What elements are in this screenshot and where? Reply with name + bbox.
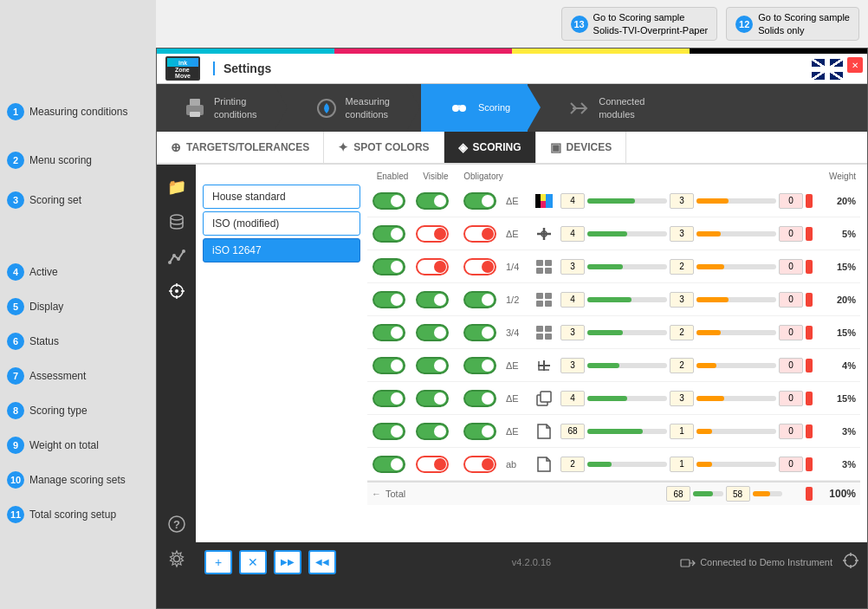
scoring-set-house[interactable]: House standard bbox=[203, 185, 360, 209]
slider-val-6c: 0 bbox=[779, 358, 803, 373]
slider-track-6a[interactable] bbox=[587, 363, 667, 368]
slider-track-8a[interactable] bbox=[587, 429, 667, 434]
step-scoring[interactable]: Scoring bbox=[421, 84, 528, 132]
slider-track-2b[interactable] bbox=[696, 231, 776, 236]
svg-rect-38 bbox=[545, 334, 552, 340]
forward-button[interactable]: ▶▶ bbox=[274, 550, 301, 574]
slider-val-8b: 1 bbox=[670, 424, 694, 439]
toggle-visible-4[interactable] bbox=[416, 291, 449, 308]
row-weight-7: 15% bbox=[817, 393, 860, 404]
register-icon bbox=[534, 358, 554, 373]
row-weight-3: 15% bbox=[817, 262, 860, 272]
toggle-visible-7[interactable] bbox=[416, 390, 449, 407]
step-printing[interactable]: Printingconditions bbox=[157, 84, 275, 132]
scoring-tab-icon: ◈ bbox=[458, 140, 468, 154]
slider-track-2a[interactable] bbox=[587, 231, 667, 236]
version-text: v4.2.0.16 bbox=[512, 557, 551, 567]
slider-track-7a[interactable] bbox=[587, 396, 667, 401]
svg-rect-33 bbox=[536, 301, 543, 307]
slider-end-7 bbox=[806, 392, 813, 405]
slider-track-7b[interactable] bbox=[696, 396, 776, 401]
toggle-visible-8[interactable] bbox=[416, 423, 449, 440]
spotcolors-icon: ✦ bbox=[338, 140, 348, 154]
toggle-visible-1[interactable] bbox=[416, 192, 449, 210]
slider-track-9a[interactable] bbox=[587, 462, 667, 467]
slider-track-1b[interactable] bbox=[696, 198, 776, 204]
toggle-obligatory-2[interactable] bbox=[463, 225, 496, 243]
toggle-obligatory-9[interactable] bbox=[463, 456, 496, 473]
scoring-set-iso12647[interactable]: iSO 12647 bbox=[203, 238, 360, 262]
toggle-obligatory-7[interactable] bbox=[463, 390, 496, 407]
step-connected[interactable]: Connectedmodules bbox=[541, 84, 662, 132]
svg-point-44 bbox=[845, 554, 857, 567]
sidebar-settings[interactable] bbox=[161, 543, 192, 574]
toggle-visible-3[interactable] bbox=[416, 258, 449, 275]
toggle-enabled-2[interactable] bbox=[372, 225, 405, 243]
row-weight-2: 5% bbox=[817, 229, 860, 239]
goto-scoring-btn-13[interactable]: 13 Go to Scoring sample Solids-TVI-Overp… bbox=[561, 7, 718, 41]
annotation-status: 6 Status bbox=[0, 329, 156, 353]
svg-rect-34 bbox=[545, 301, 552, 307]
table-row: ab 2 bbox=[367, 448, 860, 481]
close-button[interactable]: ✕ bbox=[847, 57, 863, 73]
toggle-visible-5[interactable] bbox=[416, 324, 449, 341]
slider-track-8b[interactable] bbox=[696, 429, 776, 434]
slider-val-1b: 3 bbox=[670, 193, 694, 209]
measuring-icon bbox=[314, 96, 339, 120]
toggle-enabled-9[interactable] bbox=[372, 456, 405, 473]
tab-spotcolors[interactable]: ✦ SPOT COLORS bbox=[324, 132, 444, 163]
devices-icon: ▣ bbox=[550, 140, 561, 154]
slider-track-4b[interactable] bbox=[696, 297, 776, 302]
annotation-active: 4 Active bbox=[0, 260, 156, 284]
svg-rect-1 bbox=[190, 99, 200, 106]
toggle-visible-9[interactable] bbox=[416, 456, 449, 473]
toggle-obligatory-1[interactable] bbox=[463, 192, 496, 210]
slider-track-5a[interactable] bbox=[587, 330, 667, 335]
slider-track-3b[interactable] bbox=[696, 264, 776, 269]
toggle-obligatory-5[interactable] bbox=[463, 324, 496, 341]
tab-devices[interactable]: ▣ DEVICES bbox=[536, 132, 627, 163]
toggle-enabled-7[interactable] bbox=[372, 390, 405, 407]
tab-scoring[interactable]: ◈ SCORING bbox=[444, 132, 536, 163]
toggle-visible-6[interactable] bbox=[416, 357, 449, 374]
sidebar-folder[interactable]: 📁 bbox=[161, 172, 192, 203]
toggle-enabled-3[interactable] bbox=[372, 258, 405, 275]
table-row: 1/4 bbox=[367, 250, 860, 283]
copy-icon bbox=[534, 391, 554, 406]
toggle-obligatory-4[interactable] bbox=[463, 291, 496, 308]
slider-track-9b[interactable] bbox=[696, 462, 776, 467]
slider-track-3a[interactable] bbox=[587, 264, 667, 269]
toggle-obligatory-8[interactable] bbox=[463, 423, 496, 440]
toggle-obligatory-3[interactable] bbox=[463, 258, 496, 275]
toggle-enabled-4[interactable] bbox=[372, 291, 405, 308]
toggle-visible-2[interactable] bbox=[416, 225, 449, 243]
slider-val-3c: 0 bbox=[779, 259, 803, 275]
step-measuring[interactable]: Measuringconditions bbox=[288, 84, 407, 132]
toggle-enabled-5[interactable] bbox=[372, 324, 405, 341]
toggle-obligatory-6[interactable] bbox=[463, 357, 496, 374]
toggle-enabled-8[interactable] bbox=[372, 423, 405, 440]
sidebar-crosshair[interactable] bbox=[161, 275, 192, 307]
sidebar-help[interactable]: ? bbox=[161, 509, 192, 540]
file-icon bbox=[535, 424, 553, 439]
toggle-enabled-1[interactable] bbox=[372, 192, 405, 210]
goto-scoring-btn-12[interactable]: 12 Go to Scoring sample Solids only bbox=[726, 7, 859, 41]
sidebar-database[interactable] bbox=[161, 206, 192, 237]
app-logo: ink ZoneMove bbox=[165, 56, 200, 81]
slider-val-5c: 0 bbox=[779, 325, 803, 340]
back-button[interactable]: ◀◀ bbox=[308, 550, 336, 574]
row-weight-8: 3% bbox=[817, 426, 860, 437]
delete-button[interactable]: ✕ bbox=[239, 550, 267, 574]
slider-track-5b[interactable] bbox=[696, 330, 776, 335]
slider-track-4a[interactable] bbox=[587, 297, 667, 302]
slider-track-1a[interactable] bbox=[587, 198, 667, 204]
tab-targets[interactable]: ⊕ TARGETS/TOLERANCES bbox=[157, 132, 324, 163]
sidebar-chart[interactable] bbox=[161, 241, 192, 272]
scoring-set-iso-mod[interactable]: ISO (modified) bbox=[203, 211, 360, 236]
slider-val-4b: 3 bbox=[670, 292, 694, 308]
add-button[interactable]: + bbox=[204, 550, 232, 574]
slider-track-6b[interactable] bbox=[696, 363, 776, 368]
table-row: ΔE bbox=[367, 185, 860, 217]
language-flag[interactable] bbox=[812, 59, 843, 80]
toggle-enabled-6[interactable] bbox=[372, 357, 405, 374]
